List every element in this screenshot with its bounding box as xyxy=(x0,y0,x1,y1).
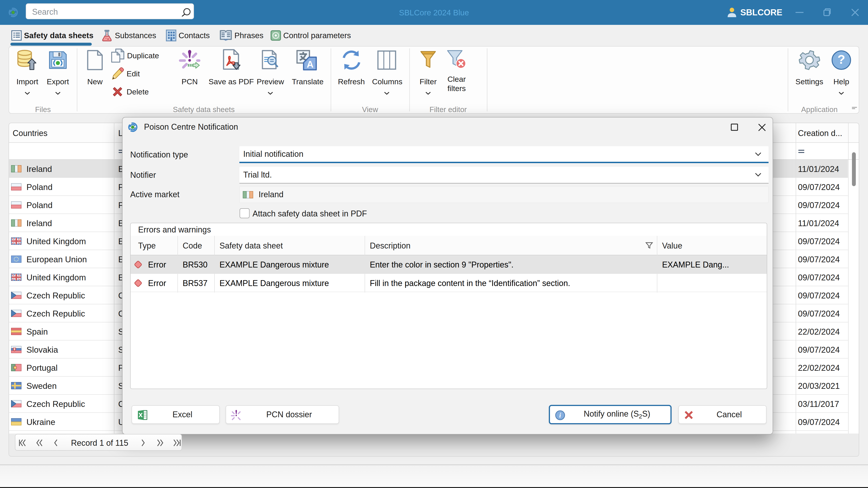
svg-text:?: ? xyxy=(837,52,845,66)
svg-text:A: A xyxy=(307,59,313,70)
svg-text:i: i xyxy=(559,412,561,419)
